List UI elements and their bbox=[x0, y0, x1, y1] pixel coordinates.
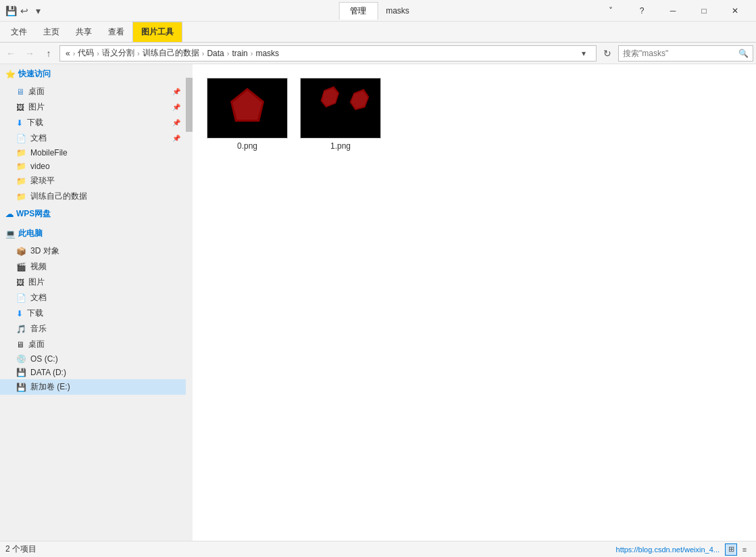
drive-icon-c: 💿 bbox=[16, 354, 26, 364]
pin-icon-downloads1: 📌 bbox=[172, 119, 180, 126]
sidebar-item-downloads1[interactable]: ⬇ 下载 📌 bbox=[0, 115, 186, 130]
bc-item-1: 代码 bbox=[78, 47, 94, 59]
tab-picture-tools[interactable]: 图片工具 bbox=[132, 22, 182, 42]
view-icon-grid[interactable]: ⊞ bbox=[725, 543, 737, 556]
folder-icon-mobilefile: 📁 bbox=[16, 148, 26, 158]
drive-icon-e: 💾 bbox=[16, 383, 26, 392]
tab-view[interactable]: 查看 bbox=[100, 22, 132, 42]
sidebar-scrollbar[interactable] bbox=[186, 64, 193, 541]
tab-home[interactable]: 主页 bbox=[35, 22, 68, 42]
titlebar: 💾 ↩ ▾ 管理 masks ˅ ? ─ □ ✕ bbox=[0, 0, 756, 22]
sidebar-item-videos[interactable]: 🎬 视频 bbox=[0, 259, 186, 274]
sidebar-item-documents2[interactable]: 📄 文档 bbox=[0, 290, 186, 306]
titlebar-controls: ˅ ? ─ □ ✕ bbox=[595, 0, 751, 22]
bc-item-0: « bbox=[66, 49, 70, 58]
svg-rect-3 bbox=[301, 78, 380, 139]
help-btn[interactable]: ? bbox=[626, 0, 657, 22]
sidebar-item-eDrive[interactable]: 💾 新加卷 (E:) bbox=[0, 379, 186, 395]
folder-icon-downloads1: ⬇ bbox=[16, 118, 23, 128]
folder-icon-3d: 📦 bbox=[16, 247, 26, 256]
bc-item-4: Data bbox=[207, 49, 224, 58]
search-icon: 🔍 bbox=[738, 49, 749, 58]
sidebar-item-3d[interactable]: 📦 3D 对象 bbox=[0, 243, 186, 259]
status-count: 2 个项目 bbox=[5, 543, 36, 555]
nav-back[interactable]: ← bbox=[3, 45, 19, 62]
view-icon-list[interactable]: ≡ bbox=[738, 543, 751, 556]
pin-icon-pictures1: 📌 bbox=[172, 103, 180, 111]
sidebar-item-downloads2[interactable]: ⬇ 下载 bbox=[0, 306, 186, 321]
folder-icon-liang: 📁 bbox=[16, 176, 26, 186]
folder-icon-music: 🎵 bbox=[16, 324, 26, 334]
address-box[interactable]: « › 代码 › 语义分割 › 训练自己的数据 › Data › train ›… bbox=[59, 45, 597, 62]
ribbon: 文件 主页 共享 查看 图片工具 bbox=[0, 22, 756, 43]
sidebar: ⭐ 快速访问 🖥 桌面 📌 🖼 图片 📌 ⬇ 下载 📌 📄 文档 � bbox=[0, 64, 193, 541]
file-area: 0.png 1.png bbox=[193, 64, 756, 541]
sidebar-thispc-title: 💻 此电脑 bbox=[0, 224, 186, 243]
folder-icon-pictures1: 🖼 bbox=[16, 103, 24, 112]
status-link: https://blog.csdn.net/weixin_4... bbox=[616, 546, 720, 554]
minimize-btn[interactable]: ─ bbox=[657, 0, 688, 22]
titlebar-active-tab[interactable]: 管理 bbox=[338, 2, 378, 20]
main-content: ⭐ 快速访问 🖥 桌面 📌 🖼 图片 📌 ⬇ 下载 📌 📄 文档 � bbox=[0, 64, 756, 541]
folder-icon-documents1: 📄 bbox=[16, 134, 26, 143]
sidebar-item-pictures1[interactable]: 🖼 图片 📌 bbox=[0, 99, 186, 115]
breadcrumb: « › 代码 › 语义分割 › 训练自己的数据 › Data › train ›… bbox=[66, 47, 577, 59]
sidebar-item-pictures2[interactable]: 🖼 图片 bbox=[0, 274, 186, 290]
folder-icon-downloads2: ⬇ bbox=[16, 309, 23, 318]
tab-file[interactable]: 文件 bbox=[3, 22, 35, 42]
nav-forward[interactable]: → bbox=[22, 45, 38, 62]
refresh-btn[interactable]: ↻ bbox=[599, 45, 615, 62]
ribbon-tabs: 文件 主页 共享 查看 图片工具 bbox=[0, 22, 756, 42]
titlebar-title-area: 管理 masks bbox=[338, 2, 418, 20]
sidebar-item-documents1[interactable]: 📄 文档 📌 bbox=[0, 130, 186, 146]
file-item-1[interactable]: 1.png bbox=[297, 75, 384, 153]
folder-icon-videos: 🎬 bbox=[16, 262, 26, 272]
star-icon: ⭐ bbox=[5, 70, 16, 79]
statusbar: 2 个项目 https://blog.csdn.net/weixin_4... … bbox=[0, 541, 756, 557]
cloud-icon: ☁ bbox=[5, 210, 14, 219]
sidebar-item-mobilefile[interactable]: 📁 MobileFile bbox=[0, 146, 186, 160]
addressbar: ← → ↑ « › 代码 › 语义分割 › 训练自己的数据 › Data › t… bbox=[0, 43, 756, 64]
drive-icon-d: 💾 bbox=[16, 368, 26, 377]
tab-share[interactable]: 共享 bbox=[68, 22, 100, 42]
sidebar-item-desktop1[interactable]: 🖥 桌面 📌 bbox=[0, 84, 186, 99]
sidebar-scroll-thumb bbox=[186, 78, 193, 132]
bc-item-5: train bbox=[232, 49, 247, 58]
nav-up[interactable]: ↑ bbox=[41, 45, 57, 62]
sidebar-inner: ⭐ 快速访问 🖥 桌面 📌 🖼 图片 📌 ⬇ 下载 📌 📄 文档 � bbox=[0, 64, 186, 541]
restore-btn[interactable]: □ bbox=[688, 0, 720, 22]
app-icon-undo: ↩ bbox=[19, 5, 30, 16]
search-box[interactable]: 🔍 bbox=[618, 45, 753, 62]
file-thumbnail-1 bbox=[300, 78, 381, 139]
pin-icon-documents1: 📌 bbox=[172, 135, 180, 142]
address-dropdown[interactable]: ▾ bbox=[577, 49, 590, 58]
file-thumbnail-0 bbox=[207, 78, 288, 139]
file-svg-0 bbox=[213, 81, 281, 135]
sidebar-item-video[interactable]: 📁 video bbox=[0, 160, 186, 173]
statusbar-right: https://blog.csdn.net/weixin_4... ⊞ ≡ bbox=[616, 543, 751, 556]
active-tab-label: 管理 bbox=[350, 6, 366, 16]
sidebar-item-liang[interactable]: 📁 梁琰平 bbox=[0, 173, 186, 189]
sidebar-item-cDrive[interactable]: 💿 OS (C:) bbox=[0, 352, 186, 366]
sidebar-item-train[interactable]: 📁 训练自己的数据 bbox=[0, 189, 186, 204]
file-svg-1 bbox=[301, 78, 380, 139]
file-item-0[interactable]: 0.png bbox=[203, 75, 291, 153]
expand-btn[interactable]: ˅ bbox=[595, 0, 626, 22]
folder-icon-pictures2: 🖼 bbox=[16, 278, 24, 287]
sidebar-item-music[interactable]: 🎵 音乐 bbox=[0, 321, 186, 337]
sidebar-quickaccess-title: ⭐ 快速访问 bbox=[0, 64, 186, 84]
app-icon-save: 💾 bbox=[5, 5, 16, 16]
sidebar-wps-title: ☁ WPS网盘 bbox=[0, 204, 186, 224]
sidebar-item-desktop2[interactable]: 🖥 桌面 bbox=[0, 337, 186, 352]
search-input[interactable] bbox=[623, 49, 738, 58]
close-btn[interactable]: ✕ bbox=[720, 0, 751, 22]
app-icon-menu: ▾ bbox=[32, 5, 43, 16]
computer-icon: 💻 bbox=[5, 229, 16, 239]
folder-icon-desktop1: 🖥 bbox=[16, 87, 24, 97]
bc-item-6: masks bbox=[255, 49, 279, 58]
window-title-label: masks bbox=[378, 3, 418, 18]
pin-icon-desktop1: 📌 bbox=[172, 88, 180, 95]
file-name-1: 1.png bbox=[330, 141, 351, 151]
sidebar-item-dDrive[interactable]: 💾 DATA (D:) bbox=[0, 366, 186, 379]
folder-icon-train: 📁 bbox=[16, 192, 26, 201]
